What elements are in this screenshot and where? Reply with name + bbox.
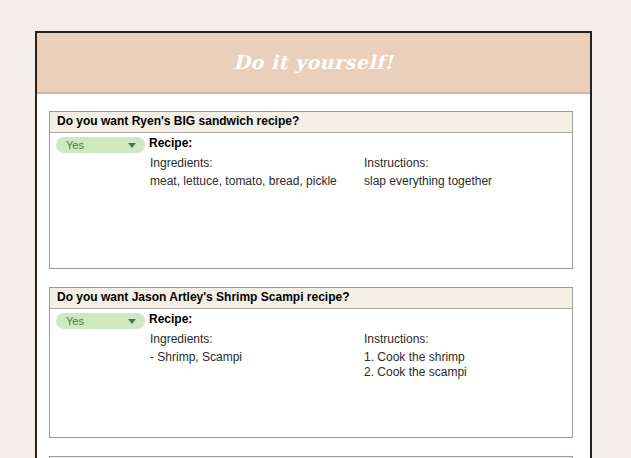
text-line: 2. Cook the scampi	[364, 365, 467, 380]
chevron-down-icon	[128, 319, 136, 324]
text-line: - Shrimp, Scampi	[150, 350, 242, 365]
title-banner: Do it yourself!	[37, 33, 590, 94]
recipe-label: Recipe:	[149, 312, 192, 326]
ingredients-text: - Shrimp, Scampi	[150, 350, 242, 365]
ingredients-text: meat, lettuce, tomato, bread, pickle	[150, 174, 337, 189]
instructions-text: slap everything together	[364, 174, 492, 189]
text-line: slap everything together	[364, 174, 492, 189]
sections-container: Do you want Ryen's BIG sandwich recipe? …	[49, 111, 573, 458]
answer-dropdown-value: Yes	[66, 139, 84, 151]
recipe-section-sandwich: Do you want Ryen's BIG sandwich recipe? …	[49, 111, 573, 269]
section-question: Do you want Jason Artley's Shrimp Scampi…	[50, 288, 572, 309]
answer-dropdown-value: Yes	[66, 315, 84, 327]
answer-dropdown[interactable]: Yes	[56, 313, 145, 329]
document-page: Do it yourself! Do you want Ryen's BIG s…	[35, 31, 592, 458]
answer-dropdown[interactable]: Yes	[56, 137, 145, 153]
text-line: 1. Cook the shrimp	[364, 350, 467, 365]
instructions-label: Instructions:	[364, 332, 429, 347]
section-content: Yes Recipe: Ingredients: meat, lettuce, …	[50, 133, 572, 268]
desktop-background: { "banner": { "title": "Do it yourself!"…	[0, 0, 631, 458]
recipe-section-shrimp-scampi: Do you want Jason Artley's Shrimp Scampi…	[49, 287, 573, 438]
ingredients-label: Ingredients:	[150, 332, 213, 347]
instructions-label: Instructions:	[364, 156, 429, 171]
chevron-down-icon	[128, 143, 136, 148]
recipe-label: Recipe:	[149, 136, 192, 150]
instructions-text: 1. Cook the shrimp2. Cook the scampi	[364, 350, 467, 380]
section-content: Yes Recipe: Ingredients: - Shrimp, Scamp…	[50, 309, 572, 437]
section-question: Do you want Ryen's BIG sandwich recipe?	[50, 112, 572, 133]
page-title: Do it yourself!	[37, 33, 590, 92]
ingredients-label: Ingredients:	[150, 156, 213, 171]
text-line: meat, lettuce, tomato, bread, pickle	[150, 174, 337, 189]
